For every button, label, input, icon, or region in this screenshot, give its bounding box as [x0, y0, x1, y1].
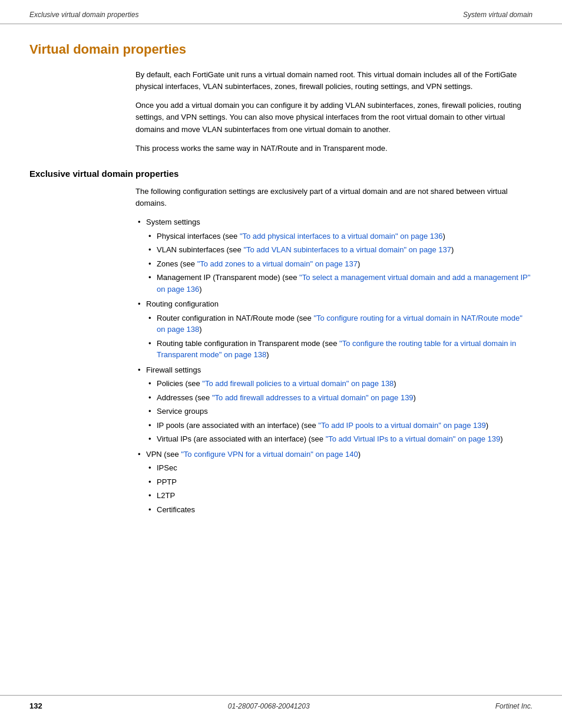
policies-text-after: )	[394, 379, 396, 388]
footer-company: Fortinet Inc.	[495, 702, 533, 710]
page-container: Exclusive virtual domain properties Syst…	[0, 0, 562, 728]
ip-pools-text-after: )	[486, 421, 488, 430]
exclusive-section-desc: The following configuration settings are…	[135, 186, 533, 209]
intro-para-3: This process works the same way in NAT/R…	[135, 143, 533, 154]
policies-link[interactable]: "To add firewall policies to a virtual d…	[202, 379, 394, 388]
exclusive-section-content: The following configuration settings are…	[135, 186, 533, 515]
list-item-service-groups: Service groups	[146, 406, 533, 417]
list-item-virtual-ips: Virtual IPs (are associated with an inte…	[146, 433, 533, 445]
intro-section: By default, each FortiGate unit runs a v…	[135, 69, 533, 154]
exclusive-section: Exclusive virtual domain properties The …	[29, 169, 533, 515]
footer-page-num: 132	[29, 701, 42, 710]
addresses-text-after: )	[414, 393, 416, 402]
routing-label: Routing configuration	[146, 299, 219, 308]
mgmt-text-after: )	[199, 285, 201, 294]
list-item-routing-transparent: Routing table configuration in Transpare…	[146, 338, 533, 361]
router-nat-text-after: )	[199, 325, 201, 334]
system-settings-label: System settings	[146, 218, 200, 226]
routing-transparent-text-after: )	[266, 350, 269, 359]
list-item-vpn: VPN (see "To configure VPN for a virtual…	[135, 449, 533, 516]
footer-doc-id: 01-28007-0068-20041203	[228, 702, 310, 710]
addresses-text-before: Addresses (see	[157, 393, 212, 402]
page-title: Virtual domain properties	[29, 42, 533, 57]
list-item-system: System settings Physical interfaces (see…	[135, 216, 533, 295]
vlan-text-after: )	[451, 245, 454, 254]
list-item-routing: Routing configuration Router configurati…	[135, 298, 533, 361]
list-item-firewall: Firewall settings Policies (see "To add …	[135, 364, 533, 445]
main-content: Virtual domain properties By default, ea…	[0, 24, 562, 554]
list-item-vlan: VLAN subinterfaces (see "To add VLAN sub…	[146, 244, 533, 256]
list-item-ipsec: IPSec	[146, 462, 533, 474]
sub-list-firewall: Policies (see "To add firewall policies …	[146, 378, 533, 445]
service-groups-label: Service groups	[157, 407, 208, 416]
page-header: Exclusive virtual domain properties Syst…	[0, 0, 562, 24]
list-item-physical: Physical interfaces (see "To add physica…	[146, 230, 533, 242]
list-item-ip-pools: IP pools (are associated with an interfa…	[146, 420, 533, 431]
policies-text-before: Policies (see	[157, 379, 202, 388]
page-footer: 132 01-28007-0068-20041203 Fortinet Inc.	[0, 695, 562, 716]
list-item-pptp: PPTP	[146, 476, 533, 488]
intro-para-2: Once you add a virtual domain you can co…	[135, 100, 533, 135]
pptp-label: PPTP	[157, 477, 177, 486]
list-item-addresses: Addresses (see "To add firewall addresse…	[146, 392, 533, 404]
ip-pools-link[interactable]: "To add IP pools to a virtual domain" on…	[318, 421, 485, 430]
vlan-text-before: VLAN subinterfaces (see	[157, 245, 243, 254]
sub-list-vpn: IPSec PPTP L2TP Certificates	[146, 462, 533, 515]
routing-transparent-text-before: Routing table configuration in Transpare…	[157, 339, 339, 348]
vpn-text-before: VPN (see	[146, 450, 181, 459]
ipsec-label: IPSec	[157, 463, 177, 472]
list-item-certificates: Certificates	[146, 504, 533, 516]
exclusive-section-heading: Exclusive virtual domain properties	[29, 169, 533, 179]
list-item-zones: Zones (see "To add zones to a virtual do…	[146, 258, 533, 270]
list-item-router-nat: Router configuration in NAT/Route mode (…	[146, 312, 533, 335]
virtual-ips-link[interactable]: "To add Virtual IPs to a virtual domain"…	[326, 434, 501, 443]
list-item-policies: Policies (see "To add firewall policies …	[146, 378, 533, 390]
zones-text-after: )	[358, 259, 360, 268]
mgmt-text-before: Management IP (Transparent mode) (see	[157, 273, 299, 282]
virtual-ips-text-before: Virtual IPs (are associated with an inte…	[157, 434, 326, 443]
vpn-link[interactable]: "To configure VPN for a virtual domain" …	[181, 450, 358, 459]
physical-link[interactable]: "To add physical interfaces to a virtual…	[240, 232, 443, 241]
header-right: System virtual domain	[463, 11, 533, 19]
zones-text-before: Zones (see	[157, 259, 197, 268]
main-list: System settings Physical interfaces (see…	[135, 216, 533, 515]
physical-text-after: )	[442, 232, 445, 241]
sub-list-system: Physical interfaces (see "To add physica…	[146, 230, 533, 295]
header-left: Exclusive virtual domain properties	[29, 11, 138, 19]
sub-list-routing: Router configuration in NAT/Route mode (…	[146, 312, 533, 361]
physical-text-before: Physical interfaces (see	[157, 232, 240, 241]
virtual-ips-text-after: )	[500, 434, 503, 443]
ip-pools-text-before: IP pools (are associated with an interfa…	[157, 421, 318, 430]
list-item-l2tp: L2TP	[146, 490, 533, 502]
l2tp-label: L2TP	[157, 491, 175, 500]
addresses-link[interactable]: "To add firewall addresses to a virtual …	[212, 393, 414, 402]
vlan-link[interactable]: "To add VLAN subinterfaces to a virtual …	[243, 245, 451, 254]
intro-para-1: By default, each FortiGate unit runs a v…	[135, 69, 533, 93]
firewall-label: Firewall settings	[146, 365, 201, 374]
router-nat-text-before: Router configuration in NAT/Route mode (…	[157, 314, 313, 322]
list-item-mgmt: Management IP (Transparent mode) (see "T…	[146, 272, 533, 295]
zones-link[interactable]: "To add zones to a virtual domain" on pa…	[197, 259, 358, 268]
vpn-text-after: )	[358, 450, 361, 459]
certificates-label: Certificates	[157, 505, 195, 514]
